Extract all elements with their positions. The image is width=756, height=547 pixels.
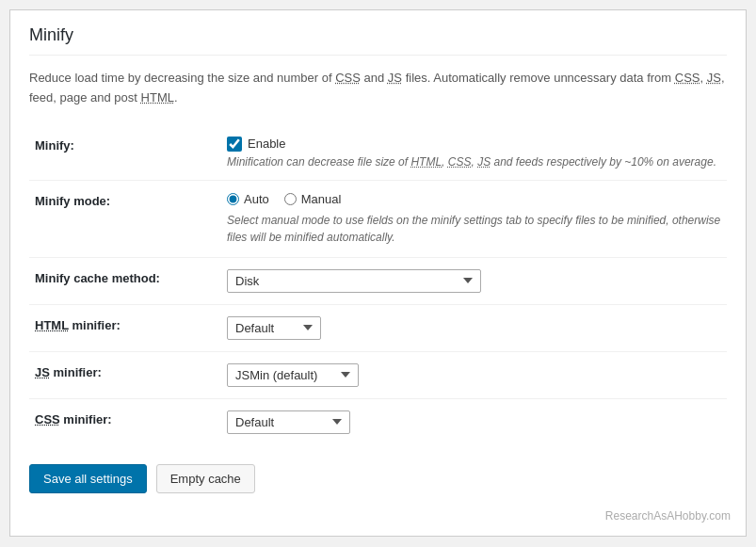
minify-panel: Minify Reduce load time by decreasing th… <box>9 9 747 537</box>
html-minifier-row: HTML minifier: Default Minify HTMLTidy <box>29 304 727 351</box>
html-abbr-hint: HTML <box>410 155 442 169</box>
mode-auto-radio[interactable] <box>227 193 239 205</box>
radio-manual: Manual <box>284 192 342 206</box>
minify-mode-hint: Select manual mode to use fields on the … <box>227 212 721 246</box>
html-abbr: HTML <box>141 90 174 105</box>
save-all-settings-button[interactable]: Save all settings <box>29 464 147 493</box>
footer-actions: Save all settings Empty cache <box>29 464 727 493</box>
minify-cache-method-row: Minify cache method: Disk File Object Me… <box>29 257 727 304</box>
minify-enable-checkbox[interactable] <box>227 137 242 152</box>
js-minifier-label: JS minifier: <box>29 351 217 398</box>
minify-enable-label: Enable <box>248 137 285 151</box>
mode-manual-label: Manual <box>301 192 342 206</box>
css-minifier-label: CSS minifier: <box>29 398 217 445</box>
minify-cache-method-control: Disk File Object Memcached <box>217 257 727 304</box>
empty-cache-button[interactable]: Empty cache <box>156 464 255 493</box>
radio-auto: Auto <box>227 192 269 206</box>
js-abbr: JS <box>388 71 402 85</box>
html-abbr-label: HTML <box>35 318 69 332</box>
minify-mode-row: Minify mode: Auto Manual Select manual m… <box>29 180 727 257</box>
mode-auto-label: Auto <box>244 192 269 206</box>
minify-control: Enable Minification can decrease file si… <box>217 125 727 181</box>
css-minifier-select[interactable]: Default YUI Compressor CSSTidy <box>227 410 350 434</box>
css-minifier-row: CSS minifier: Default YUI Compressor CSS… <box>29 398 727 445</box>
minify-cache-method-select[interactable]: Disk File Object Memcached <box>227 269 481 293</box>
mode-manual-radio[interactable] <box>284 193 297 205</box>
html-minifier-select[interactable]: Default Minify HTMLTidy <box>227 316 321 340</box>
minify-row: Minify: Enable Minification can decrease… <box>29 125 727 181</box>
html-minifier-label: HTML minifier: <box>29 304 217 351</box>
css-minifier-control: Default YUI Compressor CSSTidy <box>217 398 727 445</box>
minify-mode-control: Auto Manual Select manual mode to use fi… <box>217 180 727 257</box>
js-abbr-label: JS <box>35 365 50 379</box>
css-abbr2: CSS <box>675 71 700 85</box>
js-minifier-row: JS minifier: JSMin (default) Closure Com… <box>29 351 727 398</box>
panel-description: Reduce load time by decreasing the size … <box>29 69 727 108</box>
js-minifier-select[interactable]: JSMin (default) Closure Compiler YUI Com… <box>227 363 359 387</box>
minify-hint: Minification can decrease file size of H… <box>227 155 721 169</box>
js-minifier-control: JSMin (default) Closure Compiler YUI Com… <box>217 351 727 398</box>
page-title: Minify <box>29 25 727 56</box>
css-abbr-hint: CSS <box>448 155 472 169</box>
settings-table: Minify: Enable Minification can decrease… <box>29 125 727 445</box>
js-abbr2: JS <box>707 71 721 85</box>
css-abbr: CSS <box>335 71 361 85</box>
css-abbr-label: CSS <box>35 412 60 426</box>
js-abbr-hint: JS <box>477 155 491 169</box>
minify-cache-method-label: Minify cache method: <box>29 257 217 304</box>
minify-label: Minify: <box>29 125 217 181</box>
watermark: ResearchAsAHobby.com <box>605 509 731 523</box>
html-minifier-control: Default Minify HTMLTidy <box>217 304 727 351</box>
minify-mode-label: Minify mode: <box>29 180 217 257</box>
